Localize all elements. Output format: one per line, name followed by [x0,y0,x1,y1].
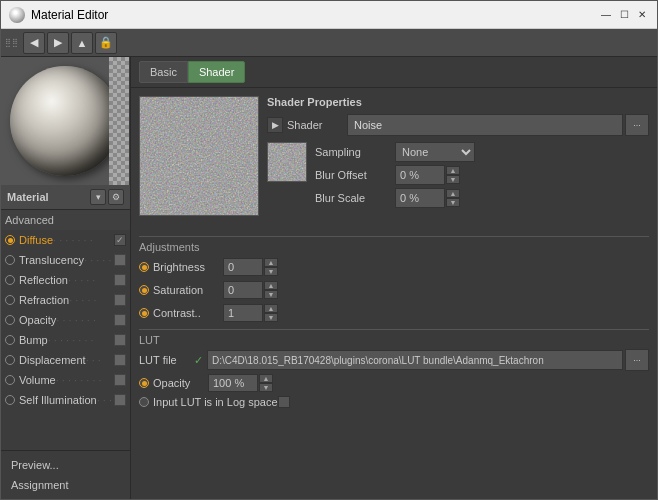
left-panel: Material ▾ ⚙ Advanced Diffuse · · · · · … [1,57,131,499]
reflection-square[interactable] [114,274,126,286]
lut-opacity-up[interactable]: ▲ [259,374,273,383]
saturation-up[interactable]: ▲ [264,281,278,290]
contrast-row: Contrast.. ▲ ▼ [139,303,649,323]
translucency-radio[interactable] [5,255,15,265]
saturation-radio[interactable] [139,285,149,295]
lut-file-label: LUT file [139,354,194,366]
blur-scale-label: Blur Scale [315,192,395,204]
blur-scale-input[interactable] [395,188,445,208]
shader-name-bar: Noise [347,114,623,136]
shader-properties-scroll: Adjustments Brightness ▲ ▼ [131,224,657,499]
noise-thumbnail [267,142,307,182]
lut-opacity-input[interactable] [208,374,258,392]
sidebar-item-reflection[interactable]: Reflection · · · · · [1,270,130,290]
contrast-up[interactable]: ▲ [264,304,278,313]
bump-dots: · · · · · · · · [48,334,112,346]
opacity-radio[interactable] [5,315,15,325]
lock-button[interactable]: 🔒 [95,32,117,54]
lut-opacity-down[interactable]: ▼ [259,383,273,392]
shader-properties-title: Shader Properties [267,96,649,108]
blur-offset-down[interactable]: ▼ [446,175,460,184]
preview-button[interactable]: Preview... [7,455,124,475]
sampling-select[interactable]: None [395,142,475,162]
minimize-button[interactable]: — [599,8,613,22]
saturation-down[interactable]: ▼ [264,290,278,299]
saturation-input[interactable] [223,281,263,299]
bump-radio[interactable] [5,335,15,345]
blur-scale-up[interactable]: ▲ [446,189,460,198]
shader-expand-btn[interactable]: ▶ [267,117,283,133]
lut-log-checkbox[interactable] [278,396,290,408]
brightness-spinner: ▲ ▼ [264,258,278,276]
sidebar-item-self-illumination[interactable]: Self Illumination · · · [1,390,130,410]
sidebar-item-translucency[interactable]: Translucency · · · · · [1,250,130,270]
self-illumination-square[interactable] [114,394,126,406]
lut-opacity-radio[interactable] [139,378,149,388]
sidebar-item-diffuse[interactable]: Diffuse · · · · · · · ✓ [1,230,130,250]
volume-radio[interactable] [5,375,15,385]
self-illumination-dots: · · · [97,394,112,406]
refraction-label: Refraction [19,294,69,306]
displacement-square[interactable] [114,354,126,366]
translucency-square[interactable] [114,254,126,266]
bump-label: Bump [19,334,48,346]
maximize-button[interactable]: ☐ [617,8,631,22]
lut-menu-button[interactable]: ··· [625,349,649,371]
close-button[interactable]: ✕ [635,8,649,22]
shader-menu-button[interactable]: ··· [625,114,649,136]
back-button[interactable]: ◀ [23,32,45,54]
displacement-label: Displacement [19,354,86,366]
refraction-dots: · · · · · [69,294,112,306]
opacity-label: Opacity [19,314,56,326]
contrast-radio[interactable] [139,308,149,318]
sidebar-item-opacity[interactable]: Opacity · · · · · · · [1,310,130,330]
sidebar-item-volume[interactable]: Volume · · · · · · · · [1,370,130,390]
contrast-input[interactable] [223,304,263,322]
brightness-input[interactable] [223,258,263,276]
blur-offset-up[interactable]: ▲ [446,166,460,175]
shader-name-text: Noise [354,119,382,131]
brightness-up[interactable]: ▲ [264,258,278,267]
tab-shader[interactable]: Shader [188,61,245,83]
home-button[interactable]: ▲ [71,32,93,54]
displacement-radio[interactable] [5,355,15,365]
shader-name-row: ▶ Shader Noise ··· [267,114,649,136]
title-bar: Material Editor — ☐ ✕ [1,1,657,29]
refraction-radio[interactable] [5,295,15,305]
sidebar-item-refraction[interactable]: Refraction · · · · · [1,290,130,310]
contrast-down[interactable]: ▼ [264,313,278,322]
reflection-radio[interactable] [5,275,15,285]
brightness-radio[interactable] [139,262,149,272]
lut-log-radio[interactable] [139,397,149,407]
diffuse-check[interactable]: ✓ [114,234,126,246]
translucency-dots: · · · · · [84,254,112,266]
material-icon-btn-1[interactable]: ▾ [90,189,106,205]
blur-scale-down[interactable]: ▼ [446,198,460,207]
brightness-down[interactable]: ▼ [264,267,278,276]
tabs-row: Basic Shader [131,57,657,88]
opacity-square[interactable] [114,314,126,326]
diffuse-radio[interactable] [5,235,15,245]
right-top-area: Shader Properties ▶ Shader Noise ··· [131,88,657,224]
contrast-label: Contrast.. [153,307,223,319]
tab-basic[interactable]: Basic [139,61,188,83]
saturation-row: Saturation ▲ ▼ [139,280,649,300]
volume-square[interactable] [114,374,126,386]
sidebar-item-displacement[interactable]: Displacement · · · [1,350,130,370]
lut-section: LUT LUT file ✓ D:\C4D\18.015_RB170428\pl… [139,329,649,408]
lut-opacity-label: Opacity [153,377,208,389]
blur-offset-input[interactable] [395,165,445,185]
sidebar-item-bump[interactable]: Bump · · · · · · · · [1,330,130,350]
refraction-square[interactable] [114,294,126,306]
forward-button[interactable]: ▶ [47,32,69,54]
self-illumination-radio[interactable] [5,395,15,405]
blur-scale-row: Blur Scale ▲ ▼ [315,188,649,208]
assignment-label: Assignment [11,479,68,491]
self-illumination-label: Self Illumination [19,394,97,406]
shader-row-label: Shader [287,119,347,131]
volume-label: Volume [19,374,56,386]
assignment-button[interactable]: Assignment [7,475,124,495]
material-icon-btn-2[interactable]: ⚙ [108,189,124,205]
lut-log-label: Input LUT is in Log space [153,396,278,408]
bump-square[interactable] [114,334,126,346]
